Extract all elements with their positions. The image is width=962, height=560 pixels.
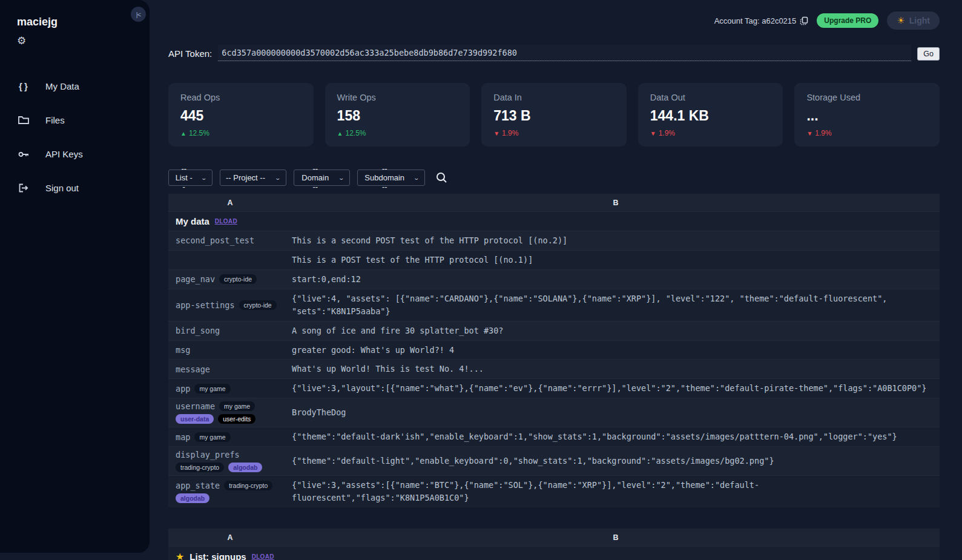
select-label: -- Project -- <box>226 173 265 182</box>
trend-down-icon: ▼ <box>493 130 499 137</box>
dload-link[interactable]: DLOAD <box>215 218 237 225</box>
stat-card-data-in: Data In 713 B ▼1.9% <box>481 83 627 147</box>
sidebar-item-label: API Keys <box>45 149 83 159</box>
row-value: {"live":4, "assets": [{"name":"CARDANO"}… <box>292 292 940 318</box>
chevron-down-icon: ⌄ <box>201 175 208 181</box>
trend-up-icon: ▲ <box>180 130 186 137</box>
table-row: app my game {"live":3,"layout":[{"name":… <box>168 378 940 398</box>
list-filter-select[interactable]: -- List --⌄ <box>168 170 212 186</box>
row-value: {"live":3,"layout":[{"name":"what"},{"na… <box>292 382 940 395</box>
table-row: second_post_test This is a second POST t… <box>168 231 940 250</box>
table-header: A B <box>168 194 940 211</box>
table-row: This is a POST test of the HTTP protocol… <box>168 250 940 269</box>
row-value: {"live":3,"assets":[{"name":"BTC"},{"nam… <box>292 479 940 504</box>
stat-delta-value: 12.5% <box>189 129 209 137</box>
project-badge: crypto-ide <box>219 274 257 284</box>
account-tag-label: Account Tag: a62c0215 <box>714 16 797 25</box>
stat-delta: ▲12.5% <box>337 129 458 137</box>
project-badge: trading-crypto <box>224 481 272 490</box>
sidebar-item-label: Sign out <box>45 183 79 193</box>
tag-badge: user-edits <box>218 414 255 424</box>
trend-down-icon: ▼ <box>650 130 656 137</box>
api-token-input[interactable] <box>218 45 911 61</box>
theme-toggle[interactable]: ☀ Light <box>887 12 940 30</box>
sidebar-item-sign-out[interactable]: Sign out <box>17 177 150 199</box>
stat-delta-value: 1.9% <box>815 129 831 137</box>
stat-card-write-ops: Write Ops 158 ▲12.5% <box>325 83 470 147</box>
select-label: -- Subdomain -- <box>363 164 406 191</box>
project-badge: crypto-ide <box>239 300 277 310</box>
table-row: map my game {"theme":"default-dark'ish",… <box>168 427 940 446</box>
stat-value: 158 <box>337 108 458 124</box>
select-label: -- List -- <box>174 164 193 191</box>
upgrade-pro-button[interactable]: Upgrade PRO <box>817 13 878 28</box>
search-icon <box>436 172 447 183</box>
table-row: msg greater good: What's up World?! 4 <box>168 340 940 360</box>
sidebar-item-label: Files <box>45 115 65 125</box>
subdomain-filter-select[interactable]: -- Subdomain --⌄ <box>357 170 425 186</box>
project-badge: trading-crypto <box>176 463 224 472</box>
domain-filter-select[interactable]: -- Domain --⌄ <box>294 170 350 186</box>
section-title: List: signups <box>189 552 246 560</box>
stat-value: 445 <box>180 108 301 124</box>
signups-list-table: A B ★ List: signups DLOAD list-metadata … <box>168 529 940 560</box>
table-row: app_state trading-crypto algodab {"live"… <box>168 475 940 507</box>
sidebar-collapse-button[interactable]: |< <box>131 7 146 22</box>
theme-toggle-label: Light <box>909 16 930 25</box>
my-data-table: A B My data DLOAD second_post_test This … <box>168 194 940 507</box>
col-header-b: B <box>292 533 940 542</box>
row-key: map <box>176 432 190 442</box>
row-value: {"theme":"default-light","enable_keyboar… <box>292 455 940 467</box>
select-label: -- Domain -- <box>300 164 331 191</box>
stat-delta-value: 12.5% <box>346 129 366 137</box>
table-row: message What's up World! This is test No… <box>168 359 940 378</box>
dload-link[interactable]: DLOAD <box>252 553 274 560</box>
stat-title: Write Ops <box>337 93 458 102</box>
row-value: BrodyTheDog <box>292 406 940 419</box>
project-filter-select[interactable]: -- Project --⌄ <box>220 170 286 186</box>
api-token-label: API Token: <box>168 48 212 61</box>
project-badge: my game <box>194 384 230 394</box>
copy-icon[interactable] <box>800 16 808 25</box>
sidebar-item-files[interactable]: Files <box>17 109 150 131</box>
row-value: greater good: What's up World?! 4 <box>292 344 940 357</box>
col-header-b: B <box>292 199 940 207</box>
sidebar-nav: { } My Data Files API Keys Sign out <box>17 75 150 211</box>
stat-delta: ▼1.9% <box>493 129 614 137</box>
stat-delta: ▲12.5% <box>180 129 301 137</box>
sidebar-item-api-keys[interactable]: API Keys <box>17 143 150 165</box>
key-icon <box>17 151 30 158</box>
gear-icon[interactable]: ⚙ <box>17 35 29 47</box>
row-key: msg <box>176 345 190 355</box>
table-row: page_nav crypto-ide start:0,end:12 <box>168 269 940 289</box>
stat-cards: Read Ops 445 ▲12.5% Write Ops 158 ▲12.5%… <box>168 83 940 147</box>
project-badge: my game <box>194 432 230 442</box>
stat-card-data-out: Data Out 144.1 KB ▼1.9% <box>638 83 783 147</box>
search-button[interactable] <box>436 172 447 183</box>
sidebar-item-label: My Data <box>45 81 79 91</box>
row-value: A song of ice and fire 30 splatter_bot #… <box>292 324 940 337</box>
chevron-down-icon: ⌄ <box>275 175 282 181</box>
col-header-a: A <box>168 199 292 207</box>
stat-card-storage-used: Storage Used ... ▼1.9% <box>794 83 940 147</box>
row-value: This is a second POST test of the HTTP p… <box>292 234 940 247</box>
section-row-my-data: My data DLOAD <box>168 211 940 231</box>
sun-icon: ☀ <box>897 15 904 26</box>
go-button[interactable]: Go <box>917 47 940 61</box>
tag-badge: user-data <box>176 414 214 424</box>
stat-value: 144.1 KB <box>650 108 771 124</box>
row-key: bird_song <box>176 326 220 335</box>
tag-badge: algodab <box>228 463 262 472</box>
section-row-list-signups: ★ List: signups DLOAD <box>168 546 940 560</box>
stat-title: Data In <box>493 93 614 102</box>
api-token-row: API Token: Go <box>168 45 940 61</box>
trend-down-icon: ▼ <box>806 130 812 137</box>
sidebar-item-my-data[interactable]: { } My Data <box>17 75 150 97</box>
tag-badge: algodab <box>176 493 209 503</box>
username-title: maciejg <box>17 16 150 28</box>
chevron-down-icon: ⌄ <box>338 175 345 181</box>
row-key: second_post_test <box>176 236 254 245</box>
project-badge: my game <box>219 401 255 411</box>
trend-up-icon: ▲ <box>337 130 343 137</box>
sidebar: |< maciejg ⚙ { } My Data Files API Keys … <box>0 0 150 553</box>
